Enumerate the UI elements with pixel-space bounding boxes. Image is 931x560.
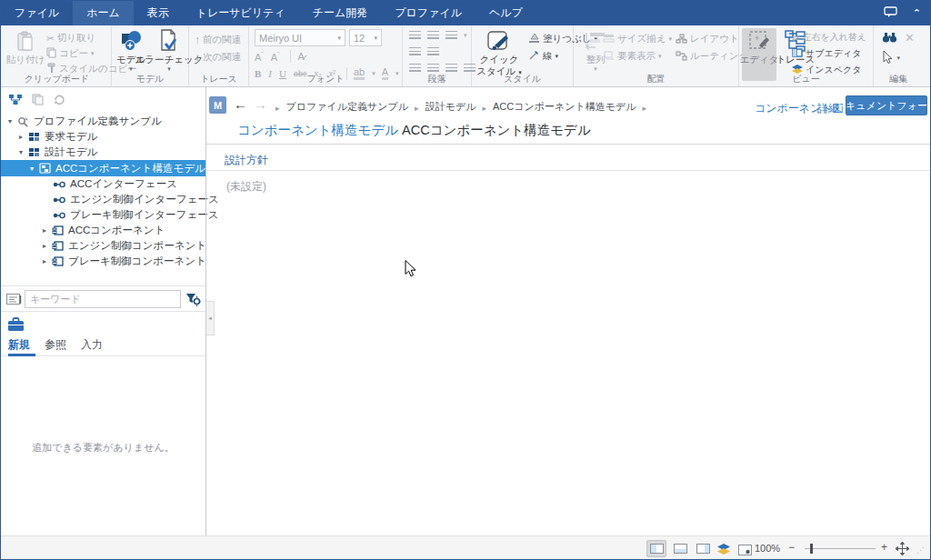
numbered-list-icon[interactable]: [427, 31, 439, 40]
copy-button[interactable]: コピー▾: [46, 47, 95, 60]
breadcrumb-item[interactable]: ACCコンポーネント構造モデル: [493, 100, 636, 114]
keyword-type-icon[interactable]: [6, 293, 22, 309]
section-value[interactable]: (未設定): [226, 179, 266, 195]
diagram-view-icon[interactable]: [717, 543, 730, 559]
bullet-list-icon[interactable]: [409, 31, 421, 40]
grow-font-button[interactable]: Aˆ: [255, 51, 264, 63]
increase-indent-icon[interactable]: [427, 47, 439, 56]
breadcrumb-item[interactable]: プロファイル定義サンプル: [286, 100, 409, 114]
swap-button[interactable]: 左右を入れ替え: [792, 31, 866, 44]
element-display-button[interactable]: 要素表示▾: [603, 50, 662, 63]
model-icon: [119, 28, 143, 53]
single-pane-button[interactable]: [646, 540, 666, 557]
tree-label: 要求モデル: [45, 130, 97, 144]
expander-icon[interactable]: [39, 242, 50, 250]
component-icon: [50, 256, 65, 266]
clear-format-icon[interactable]: A̷: [297, 51, 304, 62]
preview-pane-icon[interactable]: [738, 543, 752, 559]
font-size-row: Aˆ Aˇ A̷: [255, 50, 309, 63]
zoom-slider-handle[interactable]: [810, 544, 813, 554]
tree-item-design-model[interactable]: 設計モデル: [1, 145, 205, 160]
expander-icon[interactable]: [39, 257, 50, 265]
select-cursor-button[interactable]: ▾: [883, 51, 900, 67]
zoom-in-button[interactable]: [881, 541, 887, 554]
decrease-indent-icon[interactable]: [409, 47, 421, 56]
tree-item-requirement-model[interactable]: 要求モデル: [1, 129, 205, 145]
forward-button[interactable]: [254, 96, 267, 112]
fit-to-screen-icon[interactable]: [896, 542, 909, 559]
collapse-ribbon-icon[interactable]: [913, 7, 921, 19]
tab-help[interactable]: ヘルプ: [476, 1, 536, 25]
font-size-select[interactable]: 12▾: [349, 29, 382, 46]
layout-button[interactable]: レイアウト▾: [676, 33, 745, 45]
sync-icon[interactable]: [54, 93, 65, 109]
document-form-button[interactable]: ドキュメントフォーム: [846, 95, 927, 115]
tab-profile[interactable]: プロファイル: [381, 1, 476, 25]
tree-item-brake-component[interactable]: ブレーキ制御コンポーネント: [1, 254, 205, 269]
tree-item-acc-component[interactable]: ACCコンポーネント: [1, 223, 205, 238]
align-right-icon[interactable]: [445, 64, 457, 73]
tree-label: エンジン制御コンポーネント: [68, 239, 206, 253]
tab-reference[interactable]: 参照: [45, 337, 66, 353]
feedback-icon[interactable]: [884, 5, 898, 22]
single-pane-icon: [650, 544, 664, 554]
font-family-select[interactable]: Meiryo UI▾: [255, 29, 345, 46]
filter-icon[interactable]: [185, 292, 201, 310]
sidebar-collapse-handle[interactable]: [206, 301, 215, 335]
back-button[interactable]: [234, 96, 247, 112]
model-tree-icon[interactable]: [8, 93, 23, 109]
tree-item-acc-interface[interactable]: ACCインターフェース: [1, 176, 205, 192]
cut-label: 切り取り: [57, 32, 96, 45]
quick-style-button[interactable]: クイック スタイル ▾: [476, 28, 523, 76]
expander-icon[interactable]: [26, 165, 37, 173]
tree-item-acc-structure-model[interactable]: ACCコンポーネント構造モデル: [1, 160, 205, 176]
shrink-font-button[interactable]: Aˇ: [271, 51, 280, 63]
breadcrumb-item[interactable]: 設計モデル: [425, 100, 476, 114]
tree-item-brake-interface[interactable]: ブレーキ制御インターフェース: [1, 207, 205, 223]
expander-icon[interactable]: [39, 226, 50, 235]
next-relation-button[interactable]: 次の関連: [195, 51, 241, 64]
paste-icon: [16, 28, 35, 53]
tab-home[interactable]: ホーム: [73, 1, 134, 25]
find-icon[interactable]: [882, 31, 897, 47]
tree-item-engine-interface[interactable]: エンジン制御インターフェース: [1, 192, 205, 207]
status-bar: 100% ⋰: [1, 535, 930, 560]
tab-input[interactable]: 入力: [81, 337, 103, 353]
keyword-input[interactable]: [25, 290, 181, 308]
error-check-button[interactable]: エラーチェック ▾: [148, 28, 190, 72]
sub-editor-icon: [792, 48, 803, 59]
align-center-icon[interactable]: [427, 64, 439, 73]
tree-item-engine-component[interactable]: エンジン制御コンポーネント: [1, 238, 205, 254]
delete-icon[interactable]: [905, 31, 915, 45]
zoom-slider-track[interactable]: [805, 548, 876, 549]
model-button[interactable]: モデル ▾: [112, 28, 150, 72]
sub-editor-button[interactable]: サブエディタ: [792, 47, 861, 60]
tab-new[interactable]: 新規: [8, 337, 30, 353]
expander-icon[interactable]: [15, 148, 26, 156]
breadcrumb: プロファイル定義サンプル 設計モデル ACCコンポーネント構造モデル: [275, 100, 646, 114]
expander-icon[interactable]: [15, 133, 26, 141]
align-left-icon[interactable]: [409, 64, 421, 73]
prev-relation-button[interactable]: 前の関連: [195, 34, 241, 46]
copy-tree-icon[interactable]: [32, 93, 45, 109]
horizontal-split-button[interactable]: [670, 540, 690, 557]
breadcrumb-separator-icon: [643, 102, 647, 113]
expander-icon[interactable]: [5, 117, 15, 125]
tree-item-profile-sample[interactable]: プロファイル定義サンプル: [1, 114, 205, 129]
tab-view[interactable]: 表示: [134, 1, 183, 25]
multilevel-list-icon[interactable]: [445, 31, 457, 40]
cut-button[interactable]: 切り取り: [46, 32, 95, 45]
resize-grip[interactable]: ⋰: [916, 545, 926, 555]
tab-team[interactable]: チーム開発: [299, 1, 382, 25]
zoom-out-button[interactable]: [788, 541, 795, 554]
vertical-split-button[interactable]: [693, 540, 713, 557]
paste-button[interactable]: 貼り付け: [6, 28, 45, 65]
size-align-button[interactable]: サイズ揃え▾: [603, 33, 672, 45]
tab-traceability[interactable]: トレーサビリティ: [183, 1, 299, 25]
tab-file[interactable]: ファイル: [1, 1, 73, 25]
line-button[interactable]: 線▾: [528, 50, 558, 63]
interface-icon: [52, 212, 66, 219]
toolbox-icon[interactable]: [7, 317, 25, 335]
breadcrumb-separator-icon: [275, 102, 280, 113]
editor-label: エディタ: [740, 54, 779, 65]
